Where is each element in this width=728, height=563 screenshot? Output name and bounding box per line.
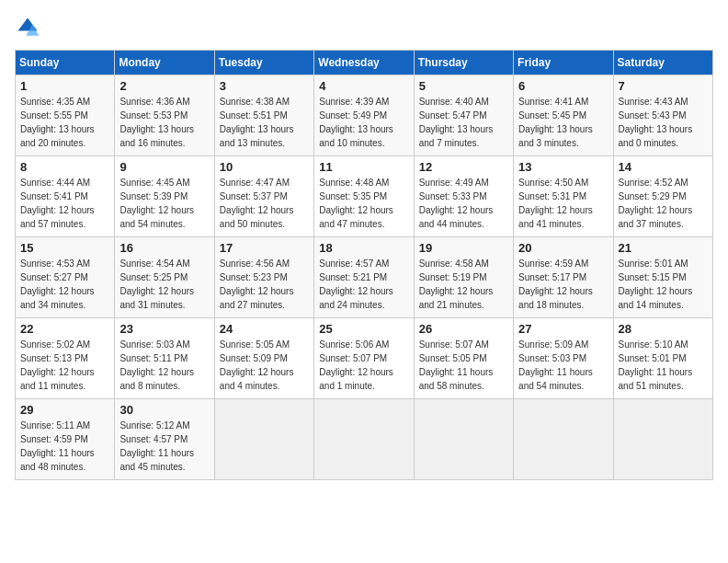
day-number: 1 [20,79,109,93]
calendar-cell: 22Sunrise: 5:02 AM Sunset: 5:13 PM Dayli… [16,318,115,399]
calendar-cell: 21Sunrise: 5:01 AM Sunset: 5:15 PM Dayli… [613,237,712,318]
calendar-cell: 25Sunrise: 5:06 AM Sunset: 5:07 PM Dayli… [314,318,414,399]
calendar-cell: 7Sunrise: 4:43 AM Sunset: 5:43 PM Daylig… [613,75,712,156]
day-number: 6 [518,79,608,93]
day-number: 19 [419,241,508,255]
col-header-wednesday: Wednesday [314,51,414,75]
day-info: Sunrise: 4:59 AM Sunset: 5:17 PM Dayligh… [518,257,608,312]
calendar-cell: 5Sunrise: 4:40 AM Sunset: 5:47 PM Daylig… [414,75,513,156]
day-number: 10 [220,160,309,174]
day-info: Sunrise: 4:45 AM Sunset: 5:39 PM Dayligh… [119,176,209,231]
calendar-table: SundayMondayTuesdayWednesdayThursdayFrid… [15,50,713,480]
day-info: Sunrise: 5:12 AM Sunset: 4:57 PM Dayligh… [119,419,209,474]
calendar-cell: 13Sunrise: 4:50 AM Sunset: 5:31 PM Dayli… [514,156,613,237]
calendar-cell: 19Sunrise: 4:58 AM Sunset: 5:19 PM Dayli… [414,237,513,318]
calendar-week-5: 29Sunrise: 5:11 AM Sunset: 4:59 PM Dayli… [16,399,713,480]
day-number: 17 [220,241,309,255]
calendar-week-1: 1Sunrise: 4:35 AM Sunset: 5:55 PM Daylig… [16,75,713,156]
day-info: Sunrise: 5:02 AM Sunset: 5:13 PM Dayligh… [20,338,109,393]
calendar-cell: 15Sunrise: 4:53 AM Sunset: 5:27 PM Dayli… [16,237,115,318]
day-info: Sunrise: 5:01 AM Sunset: 5:15 PM Dayligh… [619,257,708,312]
calendar-cell: 18Sunrise: 4:57 AM Sunset: 5:21 PM Dayli… [314,237,414,318]
calendar-cell: 24Sunrise: 5:05 AM Sunset: 5:09 PM Dayli… [214,318,313,399]
day-info: Sunrise: 4:56 AM Sunset: 5:23 PM Dayligh… [220,257,309,312]
day-number: 7 [619,79,708,93]
day-info: Sunrise: 4:47 AM Sunset: 5:37 PM Dayligh… [220,176,309,231]
day-number: 30 [119,403,209,417]
calendar-week-3: 15Sunrise: 4:53 AM Sunset: 5:27 PM Dayli… [16,237,713,318]
col-header-sunday: Sunday [16,51,115,75]
day-info: Sunrise: 4:38 AM Sunset: 5:51 PM Dayligh… [220,95,309,150]
day-info: Sunrise: 5:09 AM Sunset: 5:03 PM Dayligh… [518,338,608,393]
calendar-cell: 29Sunrise: 5:11 AM Sunset: 4:59 PM Dayli… [16,399,115,480]
day-number: 29 [20,403,109,417]
day-info: Sunrise: 5:10 AM Sunset: 5:01 PM Dayligh… [619,338,708,393]
calendar-cell [514,399,613,480]
col-header-monday: Monday [115,51,214,75]
calendar-cell: 20Sunrise: 4:59 AM Sunset: 5:17 PM Dayli… [514,237,613,318]
day-info: Sunrise: 5:11 AM Sunset: 4:59 PM Dayligh… [20,419,109,474]
calendar-cell: 23Sunrise: 5:03 AM Sunset: 5:11 PM Dayli… [115,318,214,399]
day-info: Sunrise: 4:44 AM Sunset: 5:41 PM Dayligh… [20,176,109,231]
day-number: 24 [220,322,309,336]
col-header-tuesday: Tuesday [214,51,313,75]
calendar-cell: 2Sunrise: 4:36 AM Sunset: 5:53 PM Daylig… [115,75,214,156]
calendar-cell [214,399,313,480]
day-number: 5 [419,79,508,93]
calendar-cell: 9Sunrise: 4:45 AM Sunset: 5:39 PM Daylig… [115,156,214,237]
day-number: 15 [20,241,109,255]
day-info: Sunrise: 4:39 AM Sunset: 5:49 PM Dayligh… [319,95,408,150]
day-info: Sunrise: 5:03 AM Sunset: 5:11 PM Dayligh… [119,338,209,393]
calendar-week-2: 8Sunrise: 4:44 AM Sunset: 5:41 PM Daylig… [16,156,713,237]
calendar-cell [314,399,414,480]
day-number: 26 [419,322,508,336]
day-number: 4 [319,79,408,93]
col-header-friday: Friday [514,51,613,75]
day-info: Sunrise: 4:35 AM Sunset: 5:55 PM Dayligh… [20,95,109,150]
day-number: 22 [20,322,109,336]
calendar-cell [414,399,513,480]
calendar-cell: 27Sunrise: 5:09 AM Sunset: 5:03 PM Dayli… [514,318,613,399]
day-number: 12 [419,160,508,174]
day-info: Sunrise: 4:49 AM Sunset: 5:33 PM Dayligh… [419,176,508,231]
col-header-thursday: Thursday [414,51,513,75]
calendar-cell: 30Sunrise: 5:12 AM Sunset: 4:57 PM Dayli… [115,399,214,480]
day-info: Sunrise: 4:54 AM Sunset: 5:25 PM Dayligh… [119,257,209,312]
calendar-cell: 12Sunrise: 4:49 AM Sunset: 5:33 PM Dayli… [414,156,513,237]
day-info: Sunrise: 5:05 AM Sunset: 5:09 PM Dayligh… [220,338,309,393]
day-number: 25 [319,322,408,336]
day-info: Sunrise: 4:43 AM Sunset: 5:43 PM Dayligh… [619,95,708,150]
calendar-cell: 8Sunrise: 4:44 AM Sunset: 5:41 PM Daylig… [16,156,115,237]
calendar-cell: 26Sunrise: 5:07 AM Sunset: 5:05 PM Dayli… [414,318,513,399]
calendar-cell: 16Sunrise: 4:54 AM Sunset: 5:25 PM Dayli… [115,237,214,318]
calendar-cell: 28Sunrise: 5:10 AM Sunset: 5:01 PM Dayli… [613,318,712,399]
day-number: 21 [619,241,708,255]
day-number: 23 [119,322,209,336]
calendar-cell: 6Sunrise: 4:41 AM Sunset: 5:45 PM Daylig… [514,75,613,156]
day-info: Sunrise: 4:36 AM Sunset: 5:53 PM Dayligh… [119,95,209,150]
day-info: Sunrise: 4:53 AM Sunset: 5:27 PM Dayligh… [20,257,109,312]
day-info: Sunrise: 4:40 AM Sunset: 5:47 PM Dayligh… [419,95,508,150]
day-info: Sunrise: 4:41 AM Sunset: 5:45 PM Dayligh… [518,95,608,150]
calendar-cell: 3Sunrise: 4:38 AM Sunset: 5:51 PM Daylig… [214,75,313,156]
day-info: Sunrise: 4:57 AM Sunset: 5:21 PM Dayligh… [319,257,408,312]
calendar-cell: 14Sunrise: 4:52 AM Sunset: 5:29 PM Dayli… [613,156,712,237]
calendar-week-4: 22Sunrise: 5:02 AM Sunset: 5:13 PM Dayli… [16,318,713,399]
calendar-cell: 1Sunrise: 4:35 AM Sunset: 5:55 PM Daylig… [16,75,115,156]
logo [15,15,44,40]
day-info: Sunrise: 5:07 AM Sunset: 5:05 PM Dayligh… [419,338,508,393]
calendar-cell: 11Sunrise: 4:48 AM Sunset: 5:35 PM Dayli… [314,156,414,237]
calendar-cell: 10Sunrise: 4:47 AM Sunset: 5:37 PM Dayli… [214,156,313,237]
day-number: 18 [319,241,408,255]
calendar-cell: 17Sunrise: 4:56 AM Sunset: 5:23 PM Dayli… [214,237,313,318]
calendar-cell: 4Sunrise: 4:39 AM Sunset: 5:49 PM Daylig… [314,75,414,156]
day-info: Sunrise: 5:06 AM Sunset: 5:07 PM Dayligh… [319,338,408,393]
day-number: 2 [119,79,209,93]
day-number: 8 [20,160,109,174]
day-number: 3 [220,79,309,93]
day-number: 9 [119,160,209,174]
day-info: Sunrise: 4:48 AM Sunset: 5:35 PM Dayligh… [319,176,408,231]
logo-icon [15,15,40,40]
day-number: 11 [319,160,408,174]
calendar-cell [613,399,712,480]
